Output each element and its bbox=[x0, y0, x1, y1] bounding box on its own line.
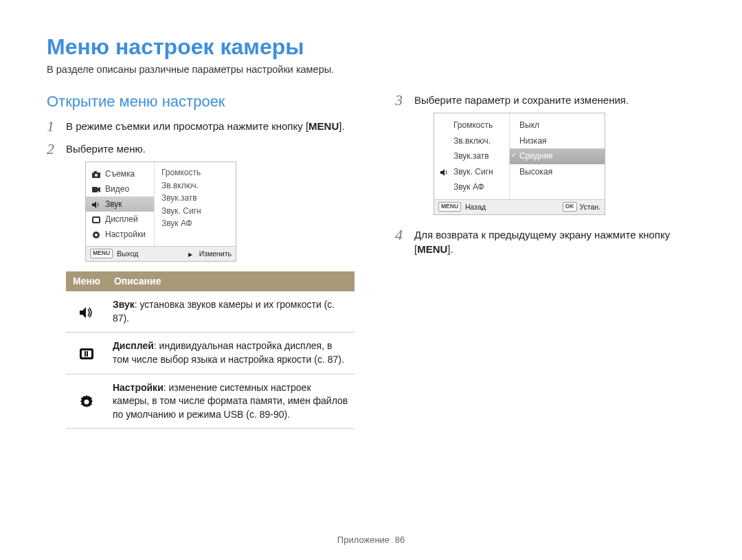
svg-rect-13 bbox=[85, 351, 86, 357]
panel2-left-4-label: Звук АФ bbox=[453, 181, 484, 194]
svg-marker-16 bbox=[440, 169, 445, 176]
menu-token: MENU bbox=[417, 243, 447, 255]
panel2-opt-medium[interactable]: ✓Средняя bbox=[510, 148, 605, 164]
step-3: Выберите параметр и сохраните изменения.… bbox=[395, 93, 695, 215]
bracket-close: ]. bbox=[339, 120, 344, 132]
panel1-item-4: Настройки bbox=[105, 228, 146, 240]
step-2: Выберите меню. Съемка bbox=[47, 142, 347, 429]
step-1-text-a: В режиме съемки или просмотра нажмите кн… bbox=[66, 120, 306, 132]
row-sound-desc: Звук: установка звуков камеры и их громк… bbox=[107, 291, 355, 333]
panel1-foot-badge: MENU bbox=[90, 249, 113, 258]
camera-menu-panel-1: Съемка Видео bbox=[85, 161, 236, 262]
page-title: Меню настроек камеры bbox=[47, 34, 695, 60]
steps-list-left: В режиме съемки или просмотра нажмите кн… bbox=[47, 119, 347, 429]
panel2-left-4[interactable]: Звук АФ bbox=[434, 179, 506, 195]
section-title: Открытие меню настроек bbox=[47, 93, 347, 111]
speaker-icon bbox=[440, 166, 449, 179]
svg-marker-5 bbox=[92, 201, 96, 208]
menu-token: MENU bbox=[308, 120, 339, 132]
th-menu: Меню bbox=[66, 271, 107, 292]
panel1-item-1: Видео bbox=[105, 183, 129, 195]
panel2-foot-right[interactable]: Устан. bbox=[580, 202, 600, 212]
panel1-item-3: Дисплей bbox=[105, 213, 138, 225]
step-4-text-a: Для возврата к предыдущему экрану нажмит… bbox=[414, 229, 670, 240]
check-icon: ✓ bbox=[511, 150, 517, 161]
chevron-right-icon bbox=[188, 249, 195, 259]
panel1-item-sound[interactable]: Звук bbox=[86, 197, 154, 212]
panel1-foot-left[interactable]: Выход bbox=[117, 249, 138, 259]
panel1-item-display[interactable]: Дисплей bbox=[86, 212, 154, 227]
step-2-text: Выберите меню. bbox=[66, 143, 146, 155]
row-display-bold: Дисплей bbox=[113, 340, 154, 351]
display-icon bbox=[91, 213, 101, 225]
panel2-footer: MENU Назад OK Устан. bbox=[434, 199, 605, 214]
panel2-left-list: Громкость Зв.включ. Звук.затв Звук. Сигн bbox=[434, 113, 510, 199]
svg-marker-10 bbox=[80, 307, 86, 318]
panel2-opt-off[interactable]: Выкл bbox=[510, 117, 605, 133]
camera-menu-panel-2: Громкость Зв.включ. Звук.затв Звук. Сигн bbox=[434, 113, 605, 215]
panel2-right-list: Выкл Низкая ✓Средняя Высокая bbox=[510, 113, 605, 199]
panel2-opt-0-label: Выкл bbox=[519, 120, 539, 130]
speaker-icon bbox=[66, 291, 107, 333]
panel2-foot-badge-left: MENU bbox=[438, 202, 461, 212]
right-column: Выберите параметр и сохраните изменения.… bbox=[395, 93, 695, 437]
panel2-foot-left[interactable]: Назад bbox=[465, 202, 486, 212]
svg-rect-3 bbox=[92, 187, 98, 192]
panel2-left-1-label: Зв.включ. bbox=[453, 135, 491, 148]
camera-icon bbox=[91, 168, 101, 180]
footer-label: Приложение bbox=[337, 535, 390, 545]
steps-list-right: Выберите параметр и сохраните изменения.… bbox=[395, 93, 695, 256]
svg-rect-14 bbox=[87, 351, 88, 357]
panel1-left-list: Съемка Видео bbox=[86, 162, 155, 246]
svg-marker-4 bbox=[98, 187, 100, 192]
table-row: Настройки: изменение системных настроек … bbox=[66, 374, 355, 429]
panel1-item-video[interactable]: Видео bbox=[86, 181, 154, 197]
panel1-item-settings[interactable]: Настройки bbox=[86, 227, 154, 242]
panel2-opt-1-label: Низкая bbox=[519, 136, 547, 146]
step-3-text: Выберите параметр и сохраните изменения. bbox=[414, 94, 629, 106]
panel2-foot-badge-right: OK bbox=[563, 202, 577, 212]
page-footer: Приложение 86 bbox=[0, 535, 742, 545]
panel2-opt-low[interactable]: Низкая bbox=[510, 133, 605, 149]
panel2-opt-3-label: Высокая bbox=[519, 167, 552, 177]
table-row: Звук: установка звуков камеры и их громк… bbox=[66, 291, 355, 333]
panel1-item-2: Звук bbox=[105, 198, 122, 210]
panel1-footer: MENU Выход Изменить bbox=[86, 246, 236, 261]
panel1-item-shooting[interactable]: Съемка bbox=[86, 166, 154, 181]
panel1-right-list: Громкость Зв.включ. Звук.затв Звук. Сигн… bbox=[155, 162, 236, 246]
panel2-left-3[interactable]: Звук. Сигн bbox=[434, 164, 506, 180]
bracket-close: ]. bbox=[447, 243, 453, 255]
gear-icon bbox=[66, 374, 107, 429]
svg-point-15 bbox=[84, 399, 89, 404]
row-settings-bold: Настройки bbox=[113, 382, 164, 393]
row-display-desc: Дисплей: индивидуальная настройка диспле… bbox=[107, 333, 355, 374]
panel2-left-1[interactable]: Зв.включ. bbox=[434, 133, 506, 149]
panel2-left-2-label: Звук.затв bbox=[453, 150, 489, 163]
panel2-opt-2-label: Средняя bbox=[519, 151, 552, 161]
display-icon bbox=[66, 333, 107, 374]
panel1-right-4[interactable]: Звук АФ bbox=[161, 217, 233, 230]
row-settings-desc: Настройки: изменение системных настроек … bbox=[107, 374, 355, 429]
panel1-right-0[interactable]: Громкость bbox=[161, 166, 233, 179]
description-table: Меню Описание Звук: установка звуков кам bbox=[66, 271, 355, 429]
panel1-right-3[interactable]: Звук. Сигн bbox=[161, 205, 233, 218]
step-4: Для возврата к предыдущему экрану нажмит… bbox=[395, 227, 695, 256]
panel2-left-0[interactable]: Громкость bbox=[434, 117, 506, 133]
intro-text: В разделе описаны различные параметры на… bbox=[47, 64, 695, 75]
panel1-foot-right[interactable]: Изменить bbox=[199, 249, 232, 259]
page-number: 86 bbox=[395, 535, 405, 545]
panel2-left-0-label: Громкость bbox=[453, 119, 493, 132]
panel1-right-2[interactable]: Звук.затв bbox=[161, 192, 233, 205]
left-column: Открытие меню настроек В режиме съемки и… bbox=[47, 93, 347, 437]
video-icon bbox=[91, 183, 101, 195]
svg-point-9 bbox=[95, 234, 98, 236]
svg-point-2 bbox=[95, 174, 98, 177]
panel1-right-1[interactable]: Зв.включ. bbox=[161, 179, 233, 192]
step-1: В режиме съемки или просмотра нажмите кн… bbox=[47, 119, 347, 133]
gear-icon bbox=[91, 228, 101, 240]
svg-rect-1 bbox=[94, 171, 97, 173]
panel2-opt-high[interactable]: Высокая bbox=[510, 164, 605, 180]
row-sound-text: : установка звуков камеры и их громкости… bbox=[113, 299, 335, 324]
panel2-left-2[interactable]: Звук.затв bbox=[434, 148, 506, 164]
table-row: Дисплей: индивидуальная настройка диспле… bbox=[66, 333, 355, 374]
